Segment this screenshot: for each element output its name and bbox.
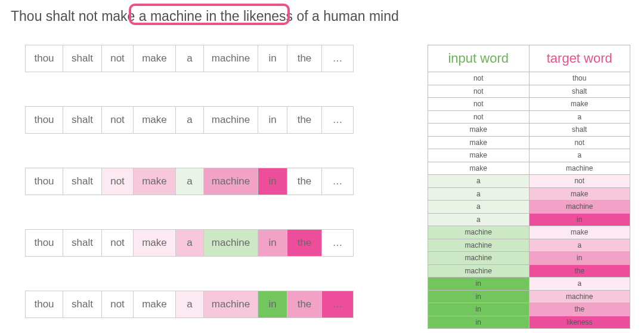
word-cell: make <box>133 106 176 134</box>
table-row: notthou <box>428 72 630 85</box>
word-row: thoushaltnotmakeamachineinthe… <box>25 106 407 134</box>
cell-target-word: a <box>529 278 630 290</box>
word-cell: the <box>287 291 322 318</box>
cell-target-word: in <box>529 252 630 264</box>
cell-input-word: make <box>428 162 529 175</box>
cell-target-word: a <box>529 111 630 124</box>
table-row: amake <box>428 188 630 201</box>
word-cell: the <box>287 106 322 134</box>
word-cell: thou <box>25 291 63 318</box>
cell-target-word: the <box>529 265 630 278</box>
word-cell: … <box>321 291 354 318</box>
word-cell: shalt <box>63 229 102 257</box>
cell-target-word: shalt <box>529 124 630 136</box>
table-row: nota <box>428 111 630 124</box>
word-cell: machine <box>203 168 258 195</box>
table-row: inmachine <box>428 291 630 304</box>
word-cell: … <box>321 45 354 72</box>
table-row: inlikeness <box>428 316 630 329</box>
cell-input-word: in <box>428 316 529 329</box>
table-row: amachine <box>428 201 630 214</box>
cell-input-word: not <box>428 111 529 124</box>
table-row: ina <box>428 278 630 291</box>
table-row: notmake <box>428 98 630 111</box>
cell-input-word: machine <box>428 239 529 252</box>
cell-target-word: not <box>529 137 630 149</box>
table-row: ain <box>428 214 630 227</box>
cell-target-word: the <box>529 303 630 316</box>
cell-input-word: a <box>428 201 529 213</box>
cell-target-word: machine <box>529 201 630 213</box>
word-cell: not <box>101 106 134 134</box>
cell-input-word: make <box>428 149 529 162</box>
word-cell: not <box>101 291 134 318</box>
table-row: makemachine <box>428 162 630 175</box>
pair-table: input word target word notthounotshaltno… <box>428 45 630 329</box>
cell-input-word: in <box>428 291 529 303</box>
word-cell: in <box>258 45 287 72</box>
cell-input-word: a <box>428 214 529 226</box>
cell-input-word: make <box>428 137 529 149</box>
table-row: makenot <box>428 137 630 150</box>
word-cell: in <box>258 106 287 134</box>
word-cell: a <box>175 45 204 72</box>
table-row: inthe <box>428 303 630 316</box>
header-input-word: input word <box>428 45 529 72</box>
word-cell: shalt <box>63 45 102 72</box>
cell-input-word: a <box>428 175 529 187</box>
word-cell: machine <box>203 106 258 134</box>
word-cell: the <box>287 168 322 195</box>
sentence-text: Thou shalt not make a machine in the lik… <box>11 8 399 24</box>
word-row: thoushaltnotmakeamachineinthe… <box>25 45 407 72</box>
cell-input-word: machine <box>428 226 529 239</box>
word-rows: thoushaltnotmakeamachineinthe…thoushaltn… <box>25 45 407 333</box>
cell-target-word: likeness <box>529 316 630 329</box>
word-cell: in <box>258 229 287 257</box>
table-row: notshalt <box>428 85 630 98</box>
word-cell: a <box>175 168 204 195</box>
table-row: machinemake <box>428 226 630 239</box>
cell-target-word: make <box>529 188 630 201</box>
cell-input-word: in <box>428 278 529 290</box>
word-cell: not <box>101 45 134 72</box>
cell-input-word: make <box>428 124 529 136</box>
word-cell: thou <box>25 45 63 72</box>
word-cell: make <box>133 45 176 72</box>
cell-target-word: machine <box>529 291 630 303</box>
word-cell: make <box>133 168 176 195</box>
word-cell: a <box>175 291 204 318</box>
table-body: notthounotshaltnotmakenotamakeshaltmaken… <box>428 72 630 329</box>
word-cell: machine <box>203 229 258 257</box>
header-target-word: target word <box>529 45 630 72</box>
word-cell: in <box>258 291 287 318</box>
word-cell: … <box>321 168 354 195</box>
table-row: makea <box>428 149 630 162</box>
table-row: machinea <box>428 239 630 252</box>
word-cell: the <box>287 45 322 72</box>
cell-input-word: not <box>428 85 529 98</box>
word-cell: thou <box>25 229 63 257</box>
word-cell: not <box>101 229 134 257</box>
cell-input-word: not <box>428 72 529 85</box>
word-cell: in <box>258 168 287 195</box>
word-cell: machine <box>203 45 258 72</box>
cell-target-word: a <box>529 149 630 162</box>
word-cell: shalt <box>63 106 102 134</box>
cell-target-word: shalt <box>529 85 630 98</box>
cell-target-word: make <box>529 226 630 239</box>
word-cell: machine <box>203 291 258 318</box>
word-cell: shalt <box>63 168 102 195</box>
word-row: thoushaltnotmakeamachineinthe… <box>25 168 407 195</box>
word-cell: … <box>321 106 354 134</box>
cell-target-word: in <box>529 214 630 226</box>
cell-target-word: not <box>529 175 630 187</box>
word-cell: the <box>287 229 322 257</box>
word-cell: a <box>175 229 204 257</box>
word-row: thoushaltnotmakeamachineinthe… <box>25 291 407 318</box>
word-cell: thou <box>25 168 63 195</box>
table-row: anot <box>428 175 630 188</box>
cell-input-word: in <box>428 303 529 316</box>
table-row: machinethe <box>428 265 630 278</box>
cell-target-word: machine <box>529 162 630 175</box>
table-header: input word target word <box>428 45 630 72</box>
